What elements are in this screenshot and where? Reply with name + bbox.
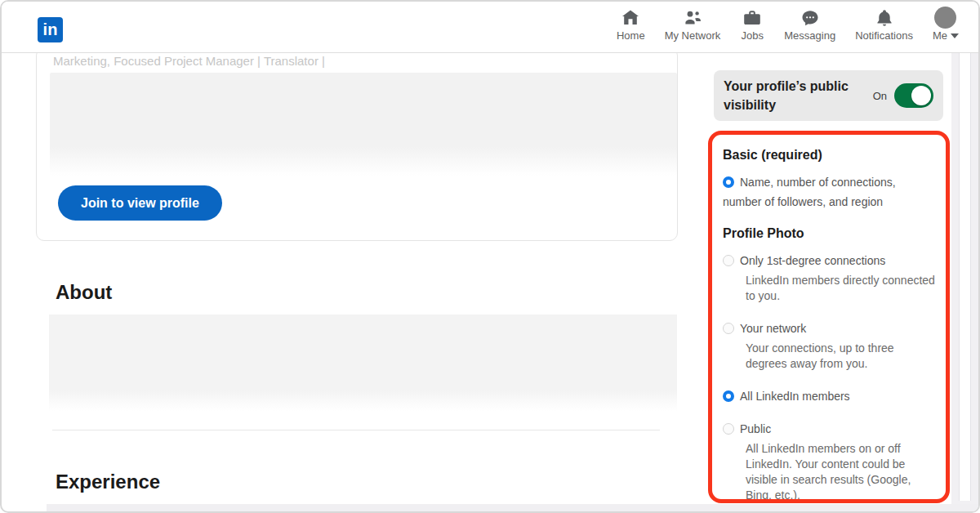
radio-option-all-members[interactable]: All LinkedIn members: [723, 386, 935, 406]
scrollbar[interactable]: [959, 53, 971, 501]
nav-item-label: Home: [617, 29, 645, 42]
radio-option-basic[interactable]: Name, number of connections, number of f…: [723, 172, 935, 212]
blurred-about-content: [49, 314, 677, 411]
nav-item-label: Messaging: [784, 29, 835, 42]
blurred-experience-content: [47, 504, 978, 513]
nav-item-messaging[interactable]: Messaging: [784, 7, 835, 42]
linkedin-logo[interactable]: in: [38, 17, 63, 42]
browser-viewport: Marketing, Focused Project Manager | Tra…: [0, 0, 980, 513]
about-section-heading: About: [56, 281, 112, 304]
radio-option-label: All LinkedIn members: [740, 390, 850, 403]
profile-headline-faded: Marketing, Focused Project Manager | Tra…: [53, 54, 325, 68]
experience-section-heading: Experience: [56, 471, 160, 493]
notifications-icon: [875, 7, 894, 29]
radio-selected-icon[interactable]: [723, 390, 734, 402]
radio-unselected-icon[interactable]: [723, 323, 734, 334]
toggle-state-label: On: [873, 90, 887, 102]
home-icon: [621, 7, 640, 29]
radio-option-description: Your connections, up to three degrees aw…: [746, 341, 935, 372]
me-avatar: [934, 7, 956, 29]
toggle-knob: [911, 86, 931, 105]
nav-item-label: My Network: [665, 29, 721, 42]
blurred-profile-content: [50, 73, 677, 176]
radio-option-label: Name, number of connections, number of f…: [723, 176, 896, 208]
join-to-view-profile-button[interactable]: Join to view profile: [58, 185, 222, 221]
profile-visibility-header: Your profile’s public visibility On: [714, 70, 943, 121]
radio-option-label: Your network: [740, 322, 806, 335]
radio-option-description: All LinkedIn members on or off LinkedIn.…: [746, 441, 935, 503]
jobs-icon: [742, 7, 762, 29]
nav-item-label: Jobs: [742, 29, 764, 42]
nav-item-label: Notifications: [855, 29, 913, 42]
section-divider: [52, 430, 660, 430]
panel-title: Your profile’s public visibility: [724, 77, 856, 114]
profile-intro-card: Marketing, Focused Project Manager | Tra…: [36, 47, 678, 241]
nav-item-jobs[interactable]: Jobs: [740, 7, 764, 42]
radio-option-public[interactable]: Public: [723, 419, 935, 439]
basic-group-title: Basic (required): [723, 148, 935, 163]
chevron-down-icon: [951, 33, 959, 38]
radio-option-label: Only 1st-degree connections: [740, 254, 885, 267]
profile-photo-group-title: Profile Photo: [723, 226, 935, 241]
radio-option-description: LinkedIn members directly connected to y…: [746, 273, 935, 304]
radio-unselected-icon[interactable]: [723, 255, 734, 266]
nav-item-my-network[interactable]: My Network: [665, 7, 721, 42]
nav-item-home[interactable]: Home: [617, 7, 645, 42]
nav-item-me[interactable]: Me: [933, 7, 959, 42]
radio-option-your-network[interactable]: Your network: [723, 319, 935, 338]
radio-option-label: Public: [740, 422, 771, 435]
radio-unselected-icon[interactable]: [723, 423, 734, 435]
avatar: [934, 7, 956, 29]
top-navigation-bar: in Home My Network: [2, 2, 978, 53]
profile-visibility-options-panel: Basic (required) Name, number of connect…: [708, 131, 950, 503]
my-network-icon: [683, 7, 702, 29]
nav-item-notifications[interactable]: Notifications: [855, 7, 913, 42]
messaging-icon: [800, 7, 820, 29]
radio-selected-icon[interactable]: [723, 176, 734, 188]
public-visibility-toggle[interactable]: [894, 83, 933, 108]
radio-option-first-degree[interactable]: Only 1st-degree connections: [723, 251, 935, 270]
nav-item-label: Me: [933, 29, 947, 42]
